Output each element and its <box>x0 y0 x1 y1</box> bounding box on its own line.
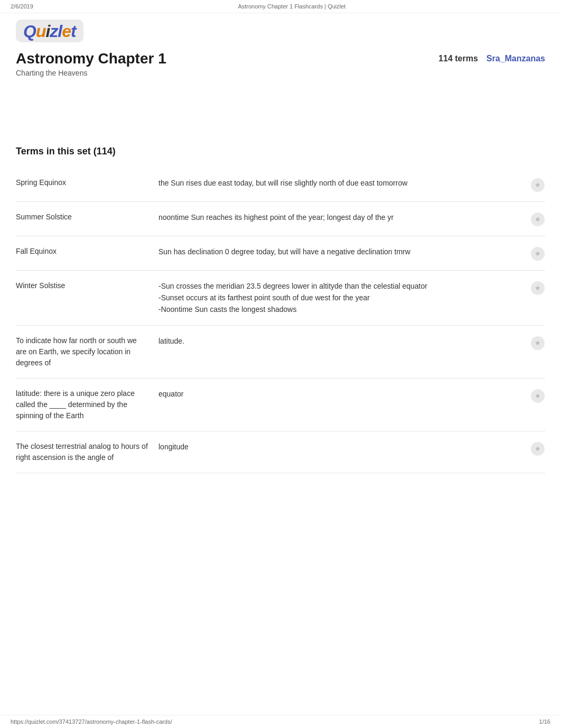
page-subtitle: Charting the Heavens <box>16 69 166 77</box>
card-action: ★ <box>530 246 545 261</box>
term-text: Fall Equinox <box>16 246 158 257</box>
date-label: 2/6/2019 <box>11 3 33 10</box>
logo-area: Quizlet <box>0 13 561 44</box>
term-text: To indicate how far north or south we ar… <box>16 335 158 368</box>
card-action: ★ <box>530 280 545 295</box>
definition-text: the Sun rises due east today, but will r… <box>158 177 530 189</box>
author-link[interactable]: Sra_Manzanas <box>487 54 545 63</box>
quizlet-logo[interactable]: Quizlet <box>16 20 83 42</box>
table-row: To indicate how far north or south we ar… <box>16 326 545 379</box>
tab-title: Astronomy Chapter 1 Flashcards | Quizlet <box>238 3 345 10</box>
definition-text: -Sun crosses the meridian 23.5 degrees l… <box>158 280 530 316</box>
star-button[interactable]: ★ <box>531 178 545 192</box>
page-header: Astronomy Chapter 1 Charting the Heavens… <box>0 44 561 82</box>
star-button[interactable]: ★ <box>531 213 545 226</box>
definition-text: latitude. <box>158 335 530 347</box>
term-text: Winter Solstise <box>16 280 158 291</box>
table-row: Winter Solstise-Sun crosses the meridian… <box>16 271 545 326</box>
table-row: The closest terrestrial analog to hours … <box>16 431 545 473</box>
definition-text: noontime Sun reaches its highest point o… <box>158 211 530 223</box>
card-action: ★ <box>530 441 545 456</box>
card-action: ★ <box>530 388 545 403</box>
logo-text: Quizlet <box>23 22 76 41</box>
star-button[interactable]: ★ <box>531 389 545 403</box>
header-left: Astronomy Chapter 1 Charting the Heavens <box>16 50 166 77</box>
terms-count: 114 terms <box>438 54 478 63</box>
definition-text: Sun has declination 0 degree today, but … <box>158 246 530 257</box>
flashcards-container: Spring Equinoxthe Sun rises due east tod… <box>16 168 545 473</box>
term-text: The closest terrestrial analog to hours … <box>16 441 158 463</box>
term-text: Summer Solstice <box>16 211 158 223</box>
star-button[interactable]: ★ <box>531 281 545 295</box>
terms-heading: Terms in this set (114) <box>16 146 545 157</box>
page-title: Astronomy Chapter 1 <box>16 50 166 68</box>
definition-text: equator <box>158 388 530 400</box>
terms-section: Terms in this set (114) Spring Equinoxth… <box>0 146 561 494</box>
top-bar: 2/6/2019 Astronomy Chapter 1 Flashcards … <box>0 0 561 13</box>
card-action: ★ <box>530 211 545 226</box>
table-row: Summer Solsticenoontime Sun reaches its … <box>16 202 545 236</box>
star-button[interactable]: ★ <box>531 336 545 350</box>
star-button[interactable]: ★ <box>531 442 545 456</box>
term-text: latitude: there is a unique zero place c… <box>16 388 158 421</box>
table-row: latitude: there is a unique zero place c… <box>16 379 545 431</box>
definition-text: longitude <box>158 441 530 453</box>
spacer <box>0 82 561 146</box>
card-action: ★ <box>530 177 545 192</box>
table-row: Fall EquinoxSun has declination 0 degree… <box>16 236 545 271</box>
term-text: Spring Equinox <box>16 177 158 188</box>
star-button[interactable]: ★ <box>531 247 545 261</box>
table-row: Spring Equinoxthe Sun rises due east tod… <box>16 168 545 202</box>
card-action: ★ <box>530 335 545 350</box>
header-right: 114 terms Sra_Manzanas <box>438 54 545 63</box>
